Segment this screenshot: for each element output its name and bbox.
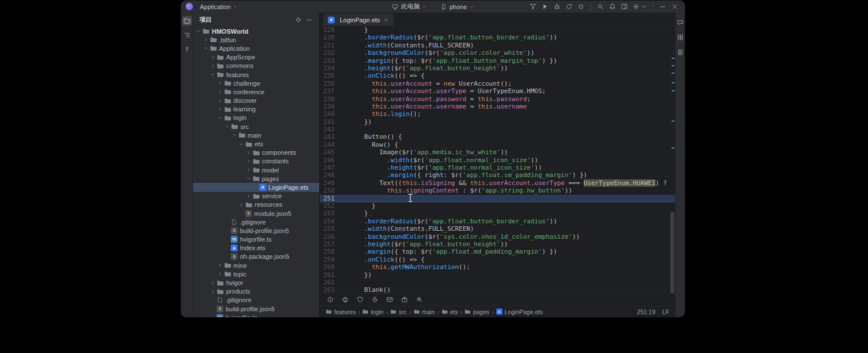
line-number[interactable]: 249 [320,179,337,187]
code-line-252[interactable]: 252 } [320,202,675,210]
tree-folder-src[interactable]: src [193,122,319,131]
line-number[interactable]: 250 [320,187,337,194]
code-line-240[interactable]: 240 this.login(); [320,110,675,118]
tree-file-hvigorfile-ts[interactable]: TShvigorfile.ts [193,313,319,317]
line-number[interactable]: 261 [320,271,337,279]
tree-chevron-icon[interactable] [203,35,209,44]
tree-folder-application[interactable]: Application [193,44,319,53]
line-number[interactable]: 232 [320,49,337,57]
debug-button[interactable] [552,1,562,12]
tree-chevron-icon[interactable] [217,79,223,87]
line-number[interactable]: 231 [320,42,337,49]
run-button[interactable] [540,1,550,12]
tree-folder-service[interactable]: service [193,192,319,200]
line-number[interactable]: 259 [320,256,337,263]
tree-chevron-icon[interactable] [195,27,202,35]
tree-chevron-icon[interactable] [210,62,216,70]
line-number[interactable]: 245 [320,149,337,156]
code-line-239[interactable]: 239 this.userAccount.username = this.use… [320,103,675,110]
breadcrumb-pages[interactable]: pages [464,308,489,315]
code-line-250[interactable]: 250 this.signingContent : $r('app.string… [320,187,675,194]
line-number[interactable]: 242 [320,126,337,133]
code-line-238[interactable]: 238 this.userAccount.password = this.pas… [320,95,675,103]
tree-chevron-icon[interactable] [217,87,223,96]
tree-chevron-icon[interactable] [217,97,223,105]
debug-panel-button[interactable] [369,294,380,305]
line-number[interactable]: 247 [320,164,337,171]
project-tool-button[interactable] [182,16,192,26]
code-line-234[interactable]: 234 .height($r('app.float.button_height'… [320,65,675,72]
tree-chevron-icon[interactable] [203,44,209,53]
tree-file-build-profile-json5[interactable]: 5build-profile.json5 [193,226,319,235]
line-separator[interactable]: LF [662,308,669,315]
print-button[interactable] [340,294,351,305]
code-line-263[interactable]: 263 Blank() [320,286,675,293]
code-line-244[interactable]: 244 Row() { [320,141,675,149]
code-line-257[interactable]: 257 .height($r('app.float.button_height'… [320,240,675,248]
tree-chevron-icon[interactable] [238,140,244,149]
tree-folder-commons[interactable]: commons [193,62,319,70]
code-line-243[interactable]: 243 Button() { [320,133,675,141]
line-number[interactable]: 251 [320,195,337,202]
line-number[interactable]: 256 [320,233,337,240]
tab-close-button[interactable] [383,17,389,23]
breadcrumb-src[interactable]: src [390,308,407,315]
code-line-249[interactable]: 249 Text((this.isSigning && this.userAcc… [320,179,675,187]
code-line-235[interactable]: 235 .onClick(() => { [320,72,675,79]
tree-folder-constants[interactable]: constants [193,157,319,166]
line-number[interactable]: 244 [320,141,337,149]
tab-loginpage-ets[interactable]: A LoginPage.ets [323,14,393,26]
editor-scrollbar[interactable] [670,212,674,293]
info-button[interactable] [325,294,336,305]
line-number[interactable]: 243 [320,133,337,141]
tree-file-oh-package-json5[interactable]: 5oh-package.json5 [193,252,319,261]
line-number[interactable]: 260 [320,263,337,271]
notifications-button[interactable] [607,1,618,12]
line-number[interactable]: 262 [320,279,337,286]
breadcrumb-login[interactable]: login [362,308,383,315]
code-line-231[interactable]: 231 .width(Constants.FULL_SCREEN) [320,42,675,49]
tree-chevron-icon[interactable] [210,279,216,287]
locate-file-button[interactable] [293,14,304,25]
tree-folder-resources[interactable]: resources [193,200,319,209]
tree-folder-conference[interactable]: conference [193,87,319,96]
line-number[interactable]: 237 [320,87,337,95]
tree-folder-hvigor[interactable]: hvigor [193,278,319,287]
filter-button[interactable] [528,1,539,12]
breadcrumb-main[interactable]: main [413,308,435,315]
tree-chevron-icon[interactable] [246,174,252,183]
code-line-246[interactable]: 246 .width($r('app.float.normal_icon_siz… [320,157,675,164]
code-line-258[interactable]: 258 .margin({ top: $r('app.float.md_padd… [320,248,675,255]
commit-tool-button[interactable] [182,45,192,54]
line-number[interactable]: 258 [320,248,337,255]
code-line-261[interactable]: 261 }) [320,271,675,279]
line-number[interactable]: 255 [320,225,337,232]
device-selector[interactable]: 此电脑 [389,1,429,12]
minimize-button[interactable] [657,1,668,12]
line-number[interactable]: 239 [320,103,337,110]
tree-folder-pages[interactable]: pages [193,174,319,183]
breadcrumb-file[interactable]: ALoginPage.ets [496,308,543,315]
code-line-260[interactable]: 260 this.getHWAuthorization(); [320,263,675,271]
code-line-242[interactable]: 242 [320,126,675,133]
line-number[interactable]: 238 [320,95,337,103]
line-number[interactable]: 235 [320,72,337,79]
application-menu[interactable]: Application [197,2,240,11]
line-number[interactable]: 246 [320,157,337,164]
code-line-259[interactable]: 259 .onClick(() => { [320,256,675,263]
tree-folder-products[interactable]: products [193,287,319,296]
tree-folder-ets[interactable]: ets [193,139,319,148]
code-line-255[interactable]: 255 .width(Constants.FULL_SCREEN) [320,225,675,232]
device-tool-button[interactable] [676,33,685,42]
tree-file-hvigorfile-ts[interactable]: TShvigorfile.ts [193,235,319,244]
layout-button[interactable] [619,1,630,12]
tree-folder-challenge[interactable]: challenge [193,79,319,87]
line-number[interactable]: 229 [320,26,337,34]
line-number[interactable]: 257 [320,240,337,248]
tree-chevron-icon[interactable] [217,114,223,122]
line-number[interactable]: 234 [320,65,337,72]
tree-file-gitignore[interactable]: .gitignore [193,218,319,226]
code-line-236[interactable]: 236 this.userAccount = new UserAccount()… [320,80,675,87]
search-everywhere-button[interactable] [595,1,606,12]
tree-chevron-icon[interactable] [217,105,223,114]
